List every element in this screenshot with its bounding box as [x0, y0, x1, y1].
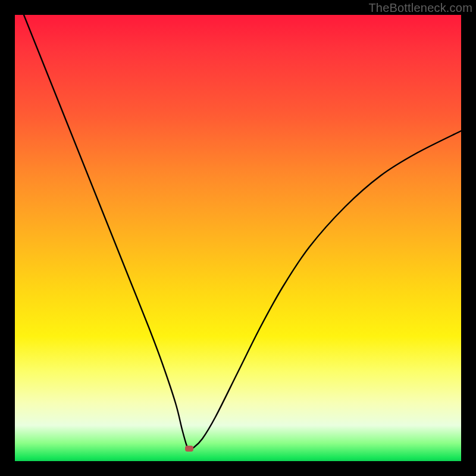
watermark-text: TheBottleneck.com — [368, 1, 472, 15]
bottleneck-curve — [15, 15, 461, 461]
optimal-point-marker — [185, 446, 193, 452]
chart-frame — [15, 15, 461, 461]
